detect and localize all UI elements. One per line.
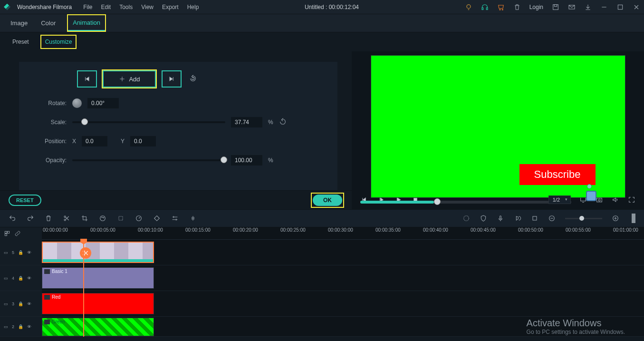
rotate-input[interactable]: [87, 98, 119, 108]
app-title: Wondershare Filmora: [17, 4, 72, 10]
clip-video[interactable]: [42, 242, 154, 263]
track-badge-icon: ▭: [4, 302, 8, 306]
login-link[interactable]: Login: [529, 4, 543, 10]
keyframe-next-button[interactable]: [162, 70, 182, 88]
menu-tools[interactable]: Tools: [119, 4, 133, 10]
reset-button[interactable]: RESET: [9, 195, 41, 206]
save-icon[interactable]: [552, 3, 559, 11]
timeline-ruler[interactable]: 00:00:00:00 00:00:05:00 00:00:10:00 00:0…: [42, 227, 644, 240]
eye-icon[interactable]: 👁: [27, 276, 31, 281]
keyframe-prev-button[interactable]: [77, 70, 97, 88]
svg-rect-10: [581, 197, 586, 201]
panel-tabs: Image Color Animation: [0, 14, 644, 32]
marker-shield-icon[interactable]: [480, 214, 487, 222]
svg-point-3: [500, 9, 500, 10]
minimize-icon[interactable]: [600, 3, 608, 11]
fullscreen-icon[interactable]: [628, 196, 635, 204]
headphones-icon[interactable]: [481, 3, 489, 11]
playhead[interactable]: [83, 240, 84, 337]
idea-icon[interactable]: [465, 3, 472, 11]
lock-icon[interactable]: 🔒: [18, 324, 23, 329]
svg-rect-6: [554, 4, 557, 6]
record-mic-icon[interactable]: [497, 214, 504, 222]
close-icon[interactable]: [633, 3, 640, 11]
clip-red[interactable]: Red: [42, 293, 154, 314]
zoom-in-icon[interactable]: [612, 214, 619, 222]
scale-input[interactable]: [231, 117, 262, 127]
adjust-icon[interactable]: [171, 214, 179, 222]
transform-handle-icon[interactable]: [586, 191, 596, 201]
track-manager-icon[interactable]: [4, 230, 10, 237]
scale-slider[interactable]: [72, 121, 225, 123]
menu-file[interactable]: File: [83, 4, 92, 10]
scale-label: Scale:: [28, 119, 67, 126]
project-title: Untitled : 00:00:12:04: [205, 4, 458, 10]
ok-button[interactable]: OK: [313, 195, 342, 206]
preview-quality-select[interactable]: 1/2: [548, 195, 571, 204]
eye-icon[interactable]: 👁: [27, 250, 31, 255]
render-icon[interactable]: [462, 214, 470, 222]
tab-image[interactable]: Image: [10, 18, 29, 29]
title-clip-icon: [44, 269, 50, 274]
zoom-out-icon[interactable]: [548, 214, 556, 222]
tab-animation[interactable]: Animation: [68, 15, 105, 31]
cart-icon[interactable]: [497, 3, 505, 11]
preview-scrubber[interactable]: [360, 201, 571, 204]
svg-rect-22: [533, 216, 537, 220]
opacity-slider[interactable]: [72, 159, 225, 161]
track-badge-icon: ▭: [4, 324, 8, 329]
speed-icon[interactable]: [135, 214, 143, 222]
preview-viewport[interactable]: Subscribe: [371, 55, 625, 198]
svg-rect-21: [500, 216, 501, 219]
crop-icon[interactable]: [81, 214, 88, 222]
transform-pivot-icon[interactable]: [587, 184, 592, 189]
clip-green[interactable]: Green: [42, 318, 154, 336]
lock-icon[interactable]: 🔒: [18, 250, 23, 255]
menu-view[interactable]: View: [141, 4, 154, 10]
ruler-tick: 00:00:30:00: [328, 227, 353, 233]
pos-x-label: X: [72, 138, 76, 145]
lock-icon[interactable]: 🔒: [18, 276, 23, 281]
audio-icon[interactable]: [189, 214, 197, 222]
eye-icon[interactable]: 👁: [27, 324, 31, 329]
maximize-icon[interactable]: [616, 3, 624, 11]
link-icon[interactable]: [14, 230, 21, 237]
lock-icon[interactable]: 🔒: [18, 302, 23, 306]
menu-export[interactable]: Export: [162, 4, 179, 10]
marker-add-icon[interactable]: [531, 214, 538, 222]
timeline-collapse-icon[interactable]: [632, 214, 635, 223]
mail-icon[interactable]: [568, 3, 576, 11]
keyframe-reset-icon[interactable]: [189, 75, 199, 84]
pos-y-input[interactable]: [130, 136, 156, 146]
scale-unit: %: [268, 119, 273, 126]
undo-icon[interactable]: [9, 214, 16, 222]
zoom-slider[interactable]: [565, 218, 602, 219]
delete-icon[interactable]: [45, 214, 52, 222]
clip-title[interactable]: Basic 1: [42, 267, 154, 289]
scale-reset-icon[interactable]: [279, 118, 288, 127]
track-4: ▭4🔒👁 Basic 1: [0, 265, 644, 291]
download-icon[interactable]: [584, 3, 592, 11]
pos-y-label: Y: [121, 138, 125, 145]
menu-edit[interactable]: Edit: [101, 4, 111, 10]
subtab-preset[interactable]: Preset: [10, 37, 32, 47]
eye-icon[interactable]: 👁: [27, 302, 31, 306]
animation-panel: Add Rotate: Scale: % Position: X Y: [0, 51, 352, 190]
subtab-customize[interactable]: Customize: [41, 36, 76, 48]
menu-help[interactable]: Help: [187, 4, 199, 10]
tab-color[interactable]: Color: [40, 18, 57, 29]
trash-icon[interactable]: [513, 3, 521, 11]
keyframe-add-button[interactable]: Add: [103, 70, 156, 88]
redo-icon[interactable]: [27, 214, 34, 222]
track-badge-icon: ▭: [4, 250, 8, 255]
rotate-knob[interactable]: [72, 98, 82, 108]
freeze-icon[interactable]: [117, 214, 125, 222]
keyframe-icon[interactable]: [153, 214, 161, 222]
pos-x-input[interactable]: [82, 136, 107, 146]
split-icon[interactable]: [63, 214, 70, 222]
opacity-input[interactable]: [231, 155, 262, 166]
ruler-tick: 00:00:45:00: [471, 227, 496, 233]
color-icon[interactable]: [99, 214, 106, 222]
svg-rect-18: [119, 216, 123, 220]
audio-mix-icon[interactable]: [514, 214, 521, 222]
